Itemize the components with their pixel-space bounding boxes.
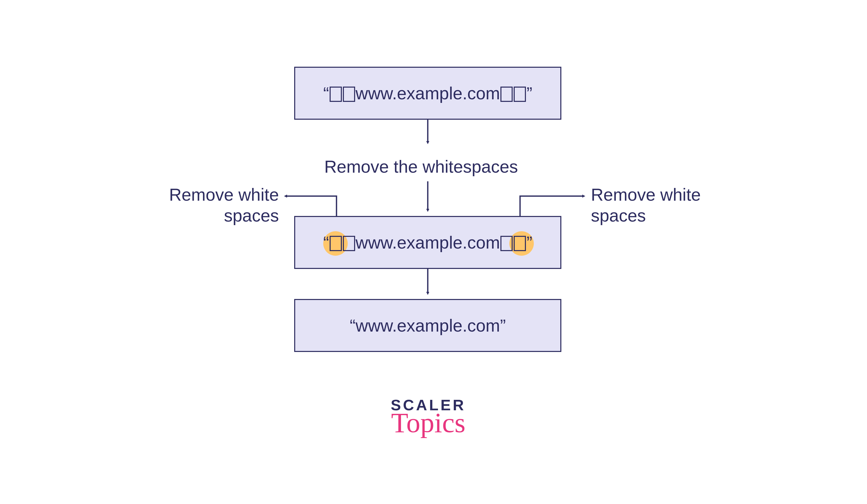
whitespace-icon — [343, 87, 355, 102]
quote-open: “ — [323, 84, 329, 103]
output-string-box: “www.example.com” — [294, 299, 561, 352]
quote-close: ” — [526, 233, 532, 252]
diagram-canvas: “www.example.com” Remove the whitespaces… — [0, 0, 867, 504]
processing-string-box: “www.example.com” — [294, 216, 561, 269]
whitespace-icon — [330, 236, 342, 251]
whitespace-icon — [501, 236, 513, 251]
quote-open: “ — [350, 316, 356, 335]
label-remove-right: Remove white spaces — [591, 184, 718, 226]
box1-text: www.example.com — [356, 84, 500, 103]
label-remove-left: Remove white spaces — [151, 184, 279, 226]
whitespace-icon — [514, 236, 526, 251]
box3-text: www.example.com — [356, 316, 500, 335]
step-label-remove-whitespaces: Remove the whitespaces — [324, 156, 518, 177]
box2-text: www.example.com — [356, 233, 500, 252]
brand-logo: SCALER Topics — [390, 396, 467, 437]
brand-line2: Topics — [390, 409, 467, 437]
input-string-box: “www.example.com” — [294, 67, 561, 120]
quote-close: ” — [526, 84, 532, 103]
whitespace-icon — [330, 87, 342, 102]
whitespace-icon — [343, 236, 355, 251]
whitespace-icon — [514, 87, 526, 102]
quote-open: “ — [323, 233, 329, 252]
quote-close: ” — [500, 316, 506, 335]
whitespace-icon — [501, 87, 513, 102]
